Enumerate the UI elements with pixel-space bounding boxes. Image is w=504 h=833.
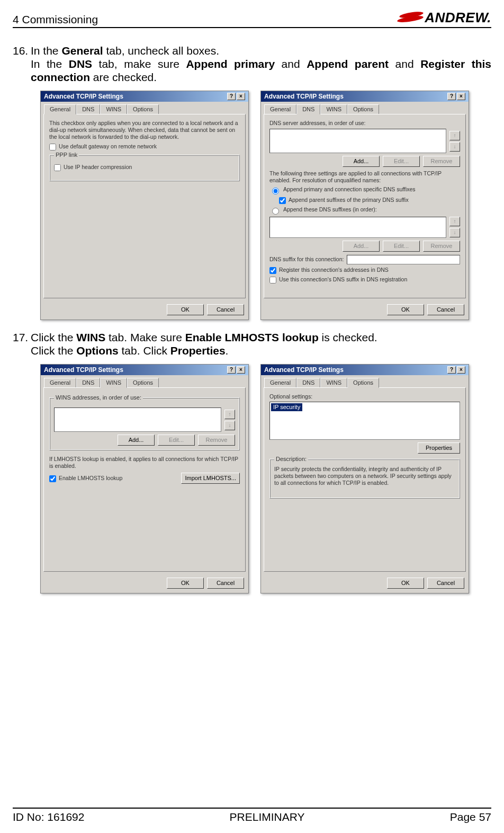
cb-enable-lmhosts[interactable]: Enable LMHOSTS lookup [49,475,122,482]
radio[interactable] [272,208,279,215]
checkbox[interactable] [49,475,56,482]
dialog-title: Advanced TCP/IP Settings [44,93,123,100]
close-button[interactable]: × [457,93,465,100]
add-button[interactable]: Add... [118,435,155,446]
move-up-button[interactable]: ↑ [449,131,460,140]
group-title: WINS addresses, in order of use: [54,394,143,401]
close-button[interactable]: × [457,366,465,374]
titlebar: Advanced TCP/IP Settings ? × [261,91,469,102]
tab-dns[interactable]: DNS [296,104,320,114]
screenshot-row-2: Advanced TCP/IP Settings ? × General DNS… [40,364,491,594]
ok-button[interactable]: OK [167,578,204,589]
radio-append-primary[interactable]: Append primary and connection specific D… [269,186,460,194]
checkbox[interactable] [269,277,276,283]
tab-wins[interactable]: WINS [320,104,347,114]
edit-button[interactable]: Edit... [383,241,420,252]
tab-general[interactable]: General [44,378,76,387]
list-item-ip-security[interactable]: IP security [271,403,302,411]
dialog-general: Advanced TCP/IP Settings ? × General DNS… [40,91,249,321]
help-button[interactable]: ? [227,366,236,374]
close-button[interactable]: × [237,93,245,100]
dns-suffix-list[interactable] [269,217,446,238]
tabpanel-options: Optional settings: IP security Propertie… [264,387,466,572]
radio[interactable] [272,188,279,194]
general-note: This checkbox only applies when you are … [49,120,240,140]
page-body: 16. In the General tab, uncheck all boxe… [13,28,491,593]
wins-list[interactable] [54,407,221,432]
help-button[interactable]: ? [447,366,456,374]
ok-button[interactable]: OK [387,304,424,315]
properties-button[interactable]: Properties [418,442,460,454]
cb-use-suffix[interactable]: Use this connection's DNS suffix in DNS … [269,276,460,283]
group-description: Description: IP security protects the co… [269,459,460,499]
help-button[interactable]: ? [227,93,236,100]
move-down-button[interactable]: ↓ [449,228,460,237]
cb-ip-header[interactable]: Use IP header compression [54,164,235,171]
tab-general[interactable]: General [264,104,296,114]
remove-button[interactable]: Remove [423,156,460,167]
cancel-button[interactable]: Cancel [207,578,244,589]
dialog-wins: Advanced TCP/IP Settings ? × General DNS… [40,364,249,594]
brand-logo: ANDREW. [397,10,491,26]
move-up-button[interactable]: ↑ [224,410,235,419]
tab-options[interactable]: Options [347,378,379,388]
help-button[interactable]: ? [447,93,456,100]
tab-general[interactable]: General [44,104,76,114]
dns-label1: DNS server addresses, in order of use: [269,120,460,127]
tabstrip: General DNS WINS Options [261,102,469,114]
tab-options[interactable]: Options [127,378,159,387]
dns-suffix-label: DNS suffix for this connection: [269,256,344,263]
ok-button[interactable]: OK [167,304,204,315]
tab-wins[interactable]: WINS [320,378,347,387]
cancel-button[interactable]: Cancel [427,578,464,589]
remove-button[interactable]: Remove [423,241,460,252]
page-footer: ID No: 161692 PRELIMINARY Page 57 [13,808,491,823]
footer-page: Page 57 [450,811,491,823]
dns-suffix-input[interactable] [347,255,460,264]
titlebar: Advanced TCP/IP Settings ? × [41,91,248,102]
dialog-title: Advanced TCP/IP Settings [264,366,344,374]
move-up-button[interactable]: ↑ [449,217,460,226]
tab-wins[interactable]: WINS [100,104,127,114]
remove-button[interactable]: Remove [198,435,235,446]
tabstrip: General DNS WINS Options [41,375,248,387]
cancel-button[interactable]: Cancel [427,304,464,315]
tab-options[interactable]: Options [127,104,159,114]
tab-general[interactable]: General [264,378,296,387]
checkbox[interactable] [279,197,286,204]
tab-wins[interactable]: WINS [100,378,127,388]
wins-note: If LMHOSTS lookup is enabled, it applies… [49,456,240,469]
checkbox[interactable] [269,267,276,274]
add-button[interactable]: Add... [343,241,380,252]
close-button[interactable]: × [237,366,245,374]
ok-button[interactable]: OK [387,578,424,589]
move-down-button[interactable]: ↓ [224,421,235,430]
tab-dns[interactable]: DNS [76,378,100,387]
step-16: 16. In the General tab, uncheck all boxe… [13,44,491,84]
cancel-button[interactable]: Cancel [207,304,244,315]
move-down-button[interactable]: ↓ [449,142,460,152]
radio-append-these[interactable]: Append these DNS suffixes (in order): [269,206,460,215]
checkbox[interactable] [54,164,61,171]
dns-label2: The following three settings are applied… [269,170,460,184]
tab-dns[interactable]: DNS [296,378,320,387]
tabstrip: General DNS WINS Options [41,102,248,114]
edit-button[interactable]: Edit... [383,156,420,167]
dns-servers-list[interactable] [269,129,446,153]
options-label: Optional settings: [269,393,460,400]
import-lmhosts-button[interactable]: Import LMHOSTS... [181,473,240,484]
checkbox[interactable] [49,144,56,150]
tab-options[interactable]: Options [347,104,379,114]
footer-id: ID No: 161692 [13,811,84,823]
dialog-title: Advanced TCP/IP Settings [264,93,344,100]
tab-dns[interactable]: DNS [76,104,100,114]
cb-append-parent[interactable]: Append parent suffixes of the primary DN… [279,197,460,204]
titlebar: Advanced TCP/IP Settings ? × [41,365,248,375]
cb-register-dns[interactable]: Register this connection's addresses in … [269,267,460,274]
page-header: 4 Commissioning ANDREW. [13,10,491,28]
tabpanel-dns: DNS server addresses, in order of use: ↑… [264,114,466,298]
edit-button[interactable]: Edit... [158,435,195,446]
options-list[interactable]: IP security [269,402,460,440]
cb-default-gateway[interactable]: Use default gateway on remote network [49,143,240,150]
add-button[interactable]: Add... [343,156,380,167]
